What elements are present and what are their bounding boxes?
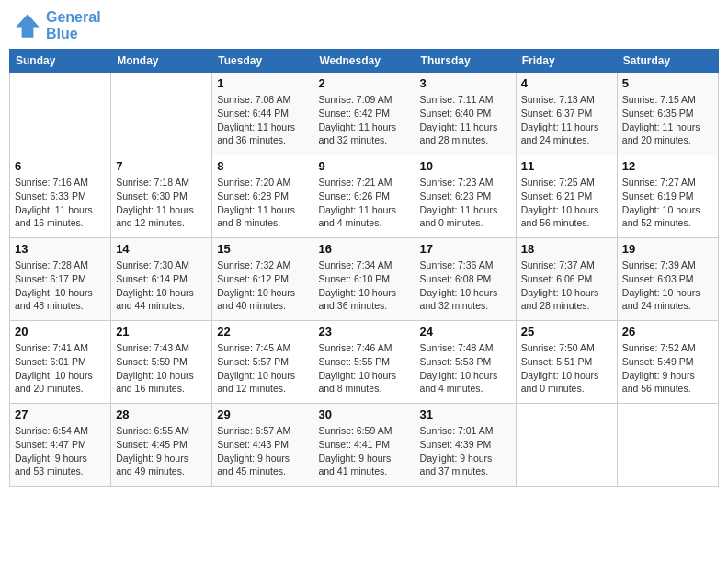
day-number: 17 — [420, 242, 511, 256]
day-info: Sunrise: 7:52 AM Sunset: 5:49 PM Dayligh… — [622, 341, 713, 396]
day-number: 21 — [116, 325, 207, 339]
day-info: Sunrise: 7:23 AM Sunset: 6:23 PM Dayligh… — [420, 176, 511, 230]
calendar-cell: 21Sunrise: 7:43 AM Sunset: 5:59 PM Dayli… — [111, 321, 212, 404]
day-info: Sunrise: 6:59 AM Sunset: 4:41 PM Dayligh… — [318, 424, 409, 478]
day-number: 8 — [217, 159, 308, 173]
column-header-friday: Friday — [516, 50, 617, 73]
day-number: 5 — [622, 76, 713, 90]
day-info: Sunrise: 7:20 AM Sunset: 6:28 PM Dayligh… — [217, 176, 308, 230]
day-info: Sunrise: 7:28 AM Sunset: 6:17 PM Dayligh… — [15, 259, 106, 313]
calendar-table: SundayMondayTuesdayWednesdayThursdayFrid… — [9, 49, 719, 487]
calendar-cell: 14Sunrise: 7:30 AM Sunset: 6:14 PM Dayli… — [111, 238, 212, 321]
calendar-body: 1Sunrise: 7:08 AM Sunset: 6:44 PM Daylig… — [10, 73, 719, 487]
logo-text: General Blue — [46, 9, 101, 41]
logo: General Blue — [13, 9, 101, 41]
day-number: 9 — [318, 159, 409, 173]
calendar-cell: 12Sunrise: 7:27 AM Sunset: 6:19 PM Dayli… — [617, 155, 718, 238]
day-number: 24 — [420, 325, 511, 339]
calendar-cell: 7Sunrise: 7:18 AM Sunset: 6:30 PM Daylig… — [111, 155, 212, 238]
day-number: 6 — [15, 159, 106, 173]
day-info: Sunrise: 7:43 AM Sunset: 5:59 PM Dayligh… — [116, 341, 207, 396]
day-info: Sunrise: 7:30 AM Sunset: 6:14 PM Dayligh… — [116, 259, 207, 313]
calendar-cell: 6Sunrise: 7:16 AM Sunset: 6:33 PM Daylig… — [10, 155, 111, 238]
day-number: 18 — [521, 242, 612, 256]
calendar-cell: 2Sunrise: 7:09 AM Sunset: 6:42 PM Daylig… — [313, 73, 415, 155]
day-info: Sunrise: 7:18 AM Sunset: 6:30 PM Dayligh… — [116, 176, 207, 230]
day-number: 27 — [15, 408, 106, 421]
day-info: Sunrise: 7:15 AM Sunset: 6:35 PM Dayligh… — [622, 93, 713, 147]
calendar-cell: 15Sunrise: 7:32 AM Sunset: 6:12 PM Dayli… — [212, 238, 313, 321]
day-number: 1 — [217, 76, 308, 90]
day-number: 12 — [622, 159, 713, 173]
calendar-cell: 28Sunrise: 6:55 AM Sunset: 4:45 PM Dayli… — [111, 404, 212, 487]
day-number: 3 — [420, 76, 511, 90]
day-info: Sunrise: 7:21 AM Sunset: 6:26 PM Dayligh… — [318, 176, 409, 230]
calendar-week-2: 6Sunrise: 7:16 AM Sunset: 6:33 PM Daylig… — [10, 155, 719, 238]
day-info: Sunrise: 7:48 AM Sunset: 5:53 PM Dayligh… — [420, 341, 511, 396]
column-header-wednesday: Wednesday — [313, 50, 415, 73]
column-header-tuesday: Tuesday — [212, 50, 313, 73]
day-info: Sunrise: 6:57 AM Sunset: 4:43 PM Dayligh… — [217, 424, 308, 478]
calendar-cell: 16Sunrise: 7:34 AM Sunset: 6:10 PM Dayli… — [313, 238, 415, 321]
calendar-cell: 1Sunrise: 7:08 AM Sunset: 6:44 PM Daylig… — [212, 73, 313, 155]
day-info: Sunrise: 7:36 AM Sunset: 6:08 PM Dayligh… — [420, 259, 511, 313]
calendar-week-3: 13Sunrise: 7:28 AM Sunset: 6:17 PM Dayli… — [10, 238, 719, 321]
day-info: Sunrise: 7:45 AM Sunset: 5:57 PM Dayligh… — [217, 341, 308, 396]
day-number: 25 — [521, 325, 612, 339]
calendar-cell: 31Sunrise: 7:01 AM Sunset: 4:39 PM Dayli… — [415, 404, 516, 487]
day-info: Sunrise: 7:27 AM Sunset: 6:19 PM Dayligh… — [622, 176, 713, 230]
day-info: Sunrise: 7:39 AM Sunset: 6:03 PM Dayligh… — [622, 259, 713, 313]
column-header-sunday: Sunday — [10, 50, 111, 73]
calendar-week-4: 20Sunrise: 7:41 AM Sunset: 6:01 PM Dayli… — [10, 321, 719, 404]
day-info: Sunrise: 7:46 AM Sunset: 5:55 PM Dayligh… — [318, 341, 409, 396]
day-info: Sunrise: 7:25 AM Sunset: 6:21 PM Dayligh… — [521, 176, 612, 230]
day-number: 22 — [217, 325, 308, 339]
day-info: Sunrise: 7:13 AM Sunset: 6:37 PM Dayligh… — [521, 93, 612, 147]
calendar-cell — [617, 404, 718, 487]
day-number: 19 — [622, 242, 713, 256]
day-info: Sunrise: 7:08 AM Sunset: 6:44 PM Dayligh… — [217, 93, 308, 147]
day-info: Sunrise: 6:54 AM Sunset: 4:47 PM Dayligh… — [15, 424, 106, 478]
calendar-week-1: 1Sunrise: 7:08 AM Sunset: 6:44 PM Daylig… — [10, 73, 719, 155]
calendar-cell: 25Sunrise: 7:50 AM Sunset: 5:51 PM Dayli… — [516, 321, 617, 404]
day-info: Sunrise: 7:16 AM Sunset: 6:33 PM Dayligh… — [15, 176, 106, 230]
calendar-cell: 23Sunrise: 7:46 AM Sunset: 5:55 PM Dayli… — [313, 321, 415, 404]
svg-marker-0 — [16, 14, 40, 38]
calendar-cell — [10, 73, 111, 155]
day-number: 28 — [116, 408, 207, 421]
day-info: Sunrise: 7:37 AM Sunset: 6:06 PM Dayligh… — [521, 259, 612, 313]
calendar-cell: 3Sunrise: 7:11 AM Sunset: 6:40 PM Daylig… — [415, 73, 516, 155]
day-info: Sunrise: 7:11 AM Sunset: 6:40 PM Dayligh… — [420, 93, 511, 147]
day-number: 2 — [318, 76, 409, 90]
day-number: 20 — [15, 325, 106, 339]
calendar-header-row: SundayMondayTuesdayWednesdayThursdayFrid… — [10, 50, 719, 73]
calendar-cell: 4Sunrise: 7:13 AM Sunset: 6:37 PM Daylig… — [516, 73, 617, 155]
calendar-cell: 27Sunrise: 6:54 AM Sunset: 4:47 PM Dayli… — [10, 404, 111, 487]
calendar-cell — [516, 404, 617, 487]
calendar-cell: 22Sunrise: 7:45 AM Sunset: 5:57 PM Dayli… — [212, 321, 313, 404]
day-number: 26 — [622, 325, 713, 339]
day-number: 15 — [217, 242, 308, 256]
day-number: 14 — [116, 242, 207, 256]
day-info: Sunrise: 7:50 AM Sunset: 5:51 PM Dayligh… — [521, 341, 612, 396]
day-number: 10 — [420, 159, 511, 173]
calendar-cell: 18Sunrise: 7:37 AM Sunset: 6:06 PM Dayli… — [516, 238, 617, 321]
day-info: Sunrise: 7:01 AM Sunset: 4:39 PM Dayligh… — [420, 424, 511, 478]
column-header-saturday: Saturday — [617, 50, 718, 73]
day-info: Sunrise: 7:09 AM Sunset: 6:42 PM Dayligh… — [318, 93, 409, 147]
day-number: 13 — [15, 242, 106, 256]
day-number: 7 — [116, 159, 207, 173]
column-header-monday: Monday — [111, 50, 212, 73]
day-number: 4 — [521, 76, 612, 90]
day-number: 11 — [521, 159, 612, 173]
column-header-thursday: Thursday — [415, 50, 516, 73]
calendar-cell: 26Sunrise: 7:52 AM Sunset: 5:49 PM Dayli… — [617, 321, 718, 404]
calendar-cell: 11Sunrise: 7:25 AM Sunset: 6:21 PM Dayli… — [516, 155, 617, 238]
day-info: Sunrise: 7:41 AM Sunset: 6:01 PM Dayligh… — [15, 341, 106, 396]
calendar-cell: 29Sunrise: 6:57 AM Sunset: 4:43 PM Dayli… — [212, 404, 313, 487]
calendar-cell: 17Sunrise: 7:36 AM Sunset: 6:08 PM Dayli… — [415, 238, 516, 321]
calendar-cell: 5Sunrise: 7:15 AM Sunset: 6:35 PM Daylig… — [617, 73, 718, 155]
day-number: 30 — [318, 408, 409, 421]
day-number: 29 — [217, 408, 308, 421]
calendar-cell: 24Sunrise: 7:48 AM Sunset: 5:53 PM Dayli… — [415, 321, 516, 404]
